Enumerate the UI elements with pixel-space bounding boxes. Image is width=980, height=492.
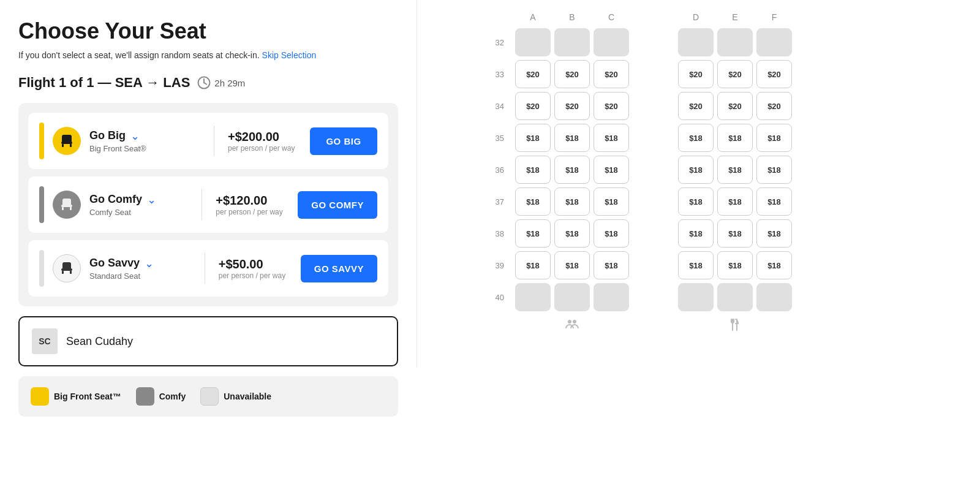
- go-savvy-sub: Standard Seat: [89, 271, 191, 281]
- seat-36E[interactable]: $18: [717, 156, 753, 184]
- go-savvy-price: +$50.00: [219, 257, 292, 271]
- seat-36C[interactable]: $18: [594, 156, 629, 184]
- go-comfy-chevron[interactable]: ⌄: [147, 193, 156, 206]
- svg-rect-9: [62, 207, 64, 210]
- seat-39F[interactable]: $18: [756, 251, 792, 279]
- seat-34C[interactable]: $20: [594, 92, 629, 120]
- passenger-card[interactable]: SC Sean Cudahy: [18, 316, 398, 366]
- seat-34E[interactable]: $20: [717, 92, 753, 120]
- seat-33B[interactable]: $20: [554, 60, 590, 88]
- seat-38C[interactable]: $18: [594, 219, 629, 248]
- clock-icon: [197, 76, 211, 89]
- seat-row-33: 33 $20 $20 $20 $20 $20 $20: [435, 60, 962, 88]
- seat-35F[interactable]: $18: [756, 124, 792, 152]
- passenger-name: Sean Cudahy: [66, 335, 133, 348]
- go-big-info: Go Big ⌄ Big Front Seat®: [89, 129, 200, 153]
- seat-34A[interactable]: $20: [515, 92, 551, 120]
- seat-37C[interactable]: $18: [594, 187, 629, 216]
- comfy-swatch: [136, 387, 154, 406]
- seat-37F[interactable]: $18: [756, 187, 792, 216]
- go-big-icon-wrap: [53, 127, 81, 155]
- seat-39E[interactable]: $18: [717, 251, 753, 279]
- svg-point-16: [573, 320, 576, 324]
- svg-rect-6: [70, 144, 72, 147]
- go-comfy-name-row: Go Comfy ⌄: [89, 193, 188, 206]
- svg-rect-5: [62, 144, 64, 147]
- go-big-chevron[interactable]: ⌄: [130, 129, 140, 143]
- seat-37E[interactable]: $18: [717, 187, 753, 216]
- comfy-seat-icon: [59, 197, 75, 213]
- subtitle: If you don't select a seat, we'll assign…: [18, 50, 398, 60]
- seat-33A[interactable]: $20: [515, 60, 551, 88]
- left-panel: Choose Your Seat If you don't select a s…: [0, 0, 417, 492]
- seat-33F[interactable]: $20: [756, 60, 792, 88]
- seat-34D[interactable]: $20: [678, 92, 714, 120]
- go-big-name-row: Go Big ⌄: [89, 129, 200, 143]
- col-header-A: A: [515, 12, 551, 22]
- big-front-swatch: [31, 387, 49, 406]
- row-num-32: 32: [435, 38, 515, 47]
- seat-39D[interactable]: $18: [678, 251, 714, 279]
- seat-35E[interactable]: $18: [717, 124, 753, 152]
- seat-37D[interactable]: $18: [678, 187, 714, 216]
- seat-33D[interactable]: $20: [678, 60, 714, 88]
- skip-selection-link[interactable]: Skip Selection: [262, 50, 317, 60]
- seat-40B: [554, 283, 590, 311]
- seat-37A[interactable]: $18: [515, 187, 551, 216]
- go-savvy-divider: [205, 253, 205, 284]
- go-comfy-option: Go Comfy ⌄ Comfy Seat +$120.00 per perso…: [28, 176, 388, 233]
- seat-33E[interactable]: $20: [717, 60, 753, 88]
- seat-38E[interactable]: $18: [717, 219, 753, 248]
- seat-35C[interactable]: $18: [594, 124, 629, 152]
- duration-text: 2h 29m: [214, 78, 245, 88]
- go-big-sub: Big Front Seat®: [89, 144, 200, 153]
- seat-row-34: 34 $20 $20 $20 $20 $20 $20: [435, 92, 962, 120]
- seat-40D: [678, 283, 714, 311]
- legend-big-front: Big Front Seat™: [31, 387, 121, 406]
- seat-36D[interactable]: $18: [678, 156, 714, 184]
- go-comfy-sub: Comfy Seat: [89, 208, 188, 217]
- seat-39B[interactable]: $18: [554, 251, 590, 279]
- go-savvy-accent: [39, 250, 44, 287]
- seat-36A[interactable]: $18: [515, 156, 551, 184]
- savvy-seat-icon: [59, 260, 75, 276]
- go-comfy-divider: [202, 189, 202, 220]
- seat-38B[interactable]: $18: [554, 219, 590, 248]
- legend-unavailable: Unavailable: [200, 387, 271, 406]
- seat-row-35: 35 $18 $18 $18 $18 $18 $18: [435, 124, 962, 152]
- fork-knife-icon: [717, 317, 753, 335]
- seat-38F[interactable]: $18: [756, 219, 792, 248]
- seat-39C[interactable]: $18: [594, 251, 629, 279]
- go-comfy-price-block: +$120.00 per person / per way: [216, 194, 289, 216]
- seat-38D[interactable]: $18: [678, 219, 714, 248]
- go-comfy-button[interactable]: GO COMFY: [298, 191, 377, 219]
- go-big-button[interactable]: GO BIG: [310, 127, 377, 155]
- seat-38A[interactable]: $18: [515, 219, 551, 248]
- go-savvy-option: Go Savvy ⌄ Standard Seat +$50.00 per per…: [28, 240, 388, 297]
- seat-36F[interactable]: $18: [756, 156, 792, 184]
- seat-34F[interactable]: $20: [756, 92, 792, 120]
- row-num-38: 38: [435, 229, 515, 238]
- go-savvy-info: Go Savvy ⌄ Standard Seat: [89, 257, 191, 281]
- svg-rect-13: [62, 271, 64, 274]
- go-savvy-chevron[interactable]: ⌄: [145, 257, 154, 270]
- seat-34B[interactable]: $20: [554, 92, 590, 120]
- svg-rect-10: [70, 207, 72, 210]
- go-big-accent: [39, 123, 44, 159]
- row-num-40: 40: [435, 293, 515, 302]
- go-big-price-block: +$200.00 per person / per way: [228, 130, 301, 153]
- seat-35A[interactable]: $18: [515, 124, 551, 152]
- go-savvy-button[interactable]: GO SAVVY: [301, 255, 377, 282]
- seat-35D[interactable]: $18: [678, 124, 714, 152]
- flight-duration: 2h 29m: [197, 76, 245, 89]
- seat-35B[interactable]: $18: [554, 124, 590, 152]
- seat-row-36: 36 $18 $18 $18 $18 $18 $18: [435, 156, 962, 184]
- go-comfy-price: +$120.00: [216, 194, 289, 208]
- seat-36B[interactable]: $18: [554, 156, 590, 184]
- seat-33C[interactable]: $20: [594, 60, 629, 88]
- flight-label: Flight 1 of 1 — SEA → LAS: [18, 75, 190, 91]
- row-num-33: 33: [435, 70, 515, 79]
- seat-37B[interactable]: $18: [554, 187, 590, 216]
- seat-39A[interactable]: $18: [515, 251, 551, 279]
- go-comfy-info: Go Comfy ⌄ Comfy Seat: [89, 193, 188, 217]
